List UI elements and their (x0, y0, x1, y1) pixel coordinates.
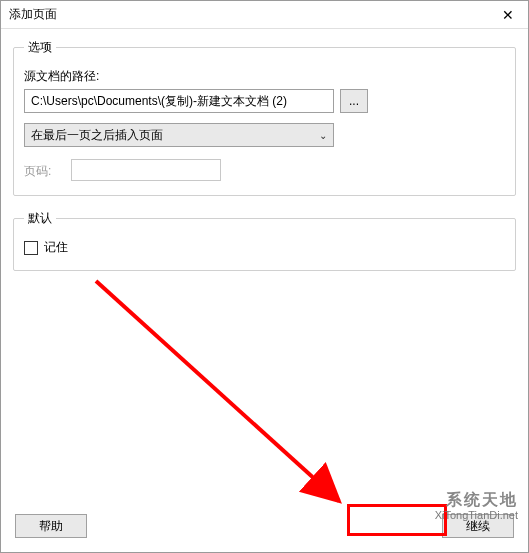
continue-button[interactable]: 继续 (442, 514, 514, 538)
help-button-label: 帮助 (39, 518, 63, 535)
insert-position-value: 在最后一页之后插入页面 (31, 127, 319, 144)
dialog-content: 选项 源文档的路径: ... 在最后一页之后插入页面 ⌄ 页码: 默认 记住 (1, 29, 528, 504)
page-number-input (71, 159, 221, 181)
continue-button-label: 继续 (466, 518, 490, 535)
page-number-label: 页码: (24, 163, 64, 180)
dialog-footer: 帮助 继续 (1, 504, 528, 552)
chevron-down-icon: ⌄ (319, 130, 327, 141)
ellipsis-icon: ... (349, 94, 359, 108)
defaults-legend: 默认 (24, 210, 56, 227)
help-button[interactable]: 帮助 (15, 514, 87, 538)
remember-row[interactable]: 记住 (24, 239, 505, 256)
source-path-label: 源文档的路径: (24, 68, 505, 85)
browse-button[interactable]: ... (340, 89, 368, 113)
source-path-row: ... (24, 89, 505, 113)
add-page-dialog: 添加页面 ✕ 选项 源文档的路径: ... 在最后一页之后插入页面 ⌄ 页码: (0, 0, 529, 553)
options-group: 选项 源文档的路径: ... 在最后一页之后插入页面 ⌄ 页码: (13, 39, 516, 196)
defaults-group: 默认 记住 (13, 210, 516, 271)
source-path-input[interactable] (24, 89, 334, 113)
titlebar: 添加页面 ✕ (1, 1, 528, 29)
close-button[interactable]: ✕ (488, 1, 528, 29)
remember-checkbox[interactable] (24, 241, 38, 255)
close-icon: ✕ (502, 7, 514, 23)
window-title: 添加页面 (9, 6, 57, 23)
remember-label: 记住 (44, 239, 68, 256)
page-number-row: 页码: (24, 159, 505, 181)
options-legend: 选项 (24, 39, 56, 56)
insert-position-select[interactable]: 在最后一页之后插入页面 ⌄ (24, 123, 334, 147)
